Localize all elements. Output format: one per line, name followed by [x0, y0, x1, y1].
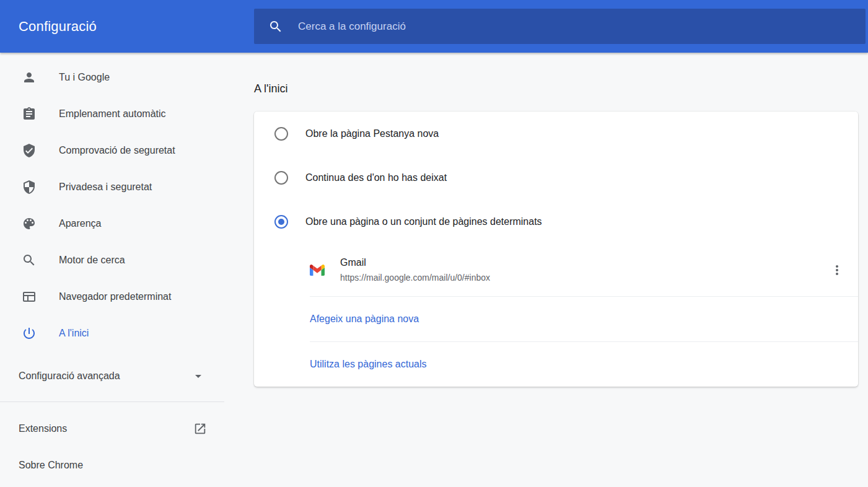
toolbar-title-area: Configuració: [0, 0, 254, 53]
sidebar-item-label: Emplenament automàtic: [59, 108, 166, 120]
radio-option-continue-where-left[interactable]: Continua des d'on ho has deixat: [254, 156, 858, 200]
radio-button[interactable]: [274, 127, 288, 141]
startup-page-row: Gmail https://mail.google.com/mail/u/0/#…: [254, 244, 858, 296]
page-title: Configuració: [19, 19, 97, 35]
sidebar-item-label: Tu i Google: [59, 72, 110, 83]
advanced-label: Configuració avançada: [19, 371, 120, 382]
sidebar-item-default-browser[interactable]: Navegador predeterminat: [0, 278, 254, 315]
power-icon: [22, 326, 37, 341]
sidebar-item-label: Privadesa i seguretat: [59, 182, 152, 193]
sidebar-item-autofill[interactable]: Emplenament automàtic: [0, 95, 254, 132]
person-icon: [22, 70, 37, 85]
add-page-row: Afegeix una pàgina nova: [254, 297, 858, 341]
add-new-page-link[interactable]: Afegeix una pàgina nova: [310, 314, 419, 325]
settings-sidebar: Tu i Google Emplenament automàtic Compro…: [0, 53, 254, 487]
extensions-label: Extensions: [19, 423, 67, 434]
sidebar-item-privacy[interactable]: Privadesa i seguretat: [0, 169, 254, 205]
sidebar-item-you-and-google[interactable]: Tu i Google: [0, 59, 254, 95]
sidebar-item-on-startup[interactable]: A l'inici: [0, 315, 254, 351]
sidebar-item-safety-check[interactable]: Comprovació de seguretat: [0, 132, 254, 169]
settings-main: A l'inici Obre la pàgina Pestanya nova C…: [254, 53, 868, 487]
sidebar-item-label: Motor de cerca: [59, 255, 125, 266]
startup-page-title: Gmail: [340, 257, 490, 268]
sidebar-divider: [0, 401, 224, 402]
radio-option-label: Continua des d'on ho has deixat: [305, 172, 447, 183]
sidebar-item-about-chrome[interactable]: Sobre Chrome: [0, 447, 224, 483]
sidebar-item-search-engine[interactable]: Motor de cerca: [0, 242, 254, 278]
radio-option-open-specific-pages[interactable]: Obre una pàgina o un conjunt de pàgines …: [254, 200, 858, 244]
sidebar-item-extensions[interactable]: Extensions: [0, 410, 224, 447]
browser-window-icon: [22, 289, 37, 304]
startup-page-text: Gmail https://mail.google.com/mail/u/0/#…: [340, 257, 490, 283]
search-field[interactable]: [254, 9, 866, 44]
radio-button[interactable]: [274, 171, 288, 185]
more-vert-icon: [830, 263, 844, 278]
on-startup-card: Obre la pàgina Pestanya nova Continua de…: [254, 112, 858, 387]
search-icon: [268, 19, 283, 34]
sidebar-item-label: Comprovació de seguretat: [59, 145, 175, 156]
radio-button[interactable]: [274, 215, 288, 229]
chevron-down-icon: [191, 369, 206, 384]
more-actions-button[interactable]: [826, 259, 848, 281]
sidebar-item-label: Navegador predeterminat: [59, 291, 171, 302]
toolbar-search-area: [254, 0, 868, 53]
privacy-shield-icon: [22, 180, 37, 195]
palette-icon: [22, 216, 37, 231]
safety-check-icon: [22, 143, 37, 158]
radio-option-label: Obre una pàgina o un conjunt de pàgines …: [305, 216, 542, 227]
sidebar-item-label: Aparença: [59, 218, 102, 229]
radio-option-open-new-tab[interactable]: Obre la pàgina Pestanya nova: [254, 112, 858, 156]
search-icon: [22, 253, 37, 268]
use-current-pages-link[interactable]: Utilitza les pàgines actuals: [310, 359, 427, 370]
sidebar-item-appearance[interactable]: Aparença: [0, 205, 254, 242]
about-label: Sobre Chrome: [19, 460, 83, 471]
autofill-icon: [22, 107, 37, 121]
use-current-pages-row: Utilitza les pàgines actuals: [254, 342, 858, 387]
open-in-new-icon: [193, 422, 207, 436]
gmail-icon: [310, 263, 325, 278]
radio-option-label: Obre la pàgina Pestanya nova: [305, 128, 439, 139]
startup-page-url: https://mail.google.com/mail/u/0/#inbox: [340, 273, 490, 283]
sidebar-advanced-toggle[interactable]: Configuració avançada: [0, 358, 224, 394]
sidebar-item-label: A l'inici: [59, 328, 89, 339]
section-title: A l'inici: [254, 82, 858, 95]
settings-toolbar: Configuració: [0, 0, 868, 53]
search-input[interactable]: [297, 20, 866, 33]
